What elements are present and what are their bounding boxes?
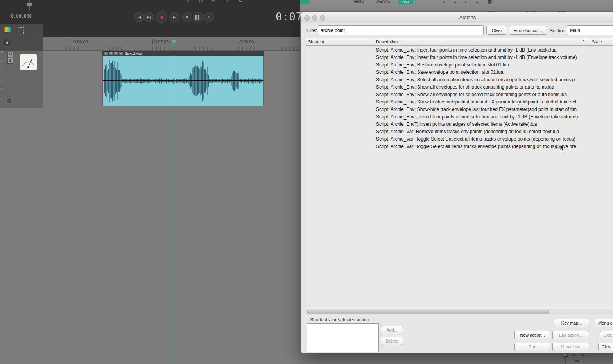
- mute-button[interactable]: M: [7, 52, 13, 57]
- note-toolbar-icon[interactable]: ♪: [443, 0, 445, 4]
- vu-meter: [20, 54, 37, 70]
- go-to-start-button[interactable]: |◀: [134, 12, 144, 22]
- db-scale-label: nf: [0, 50, 3, 54]
- column-description[interactable]: Description: [376, 39, 398, 44]
- item-~-icon[interactable]: ~: [119, 51, 123, 55]
- section-select[interactable]: Main: [567, 25, 613, 35]
- actions-window: Actions Filter Clear Find shortcut... Se…: [301, 12, 613, 353]
- section-label: Section:: [550, 28, 566, 34]
- column-state[interactable]: State: [592, 39, 602, 44]
- horizontal-scrollbar-thumb[interactable]: [307, 310, 549, 314]
- stop-button[interactable]: ■: [182, 12, 192, 22]
- meter-value: -54-: [574, 359, 580, 363]
- solo-button[interactable]: S: [7, 58, 13, 64]
- collapse-arrow-icon[interactable]: ◀: [2, 38, 11, 47]
- item-m-icon[interactable]: M: [109, 51, 113, 55]
- action-row[interactable]: Script: Archie_Env; Show track envelope …: [306, 98, 613, 106]
- filter-input[interactable]: [318, 25, 484, 35]
- ruler-time-label: 0:06.00: [72, 39, 88, 44]
- db-scale-label: 6-: [0, 59, 3, 63]
- run-close-button[interactable]: Run/close: [552, 343, 589, 351]
- action-table-header: Shortcut Description ^ State: [306, 38, 613, 46]
- action-row[interactable]: Script: Archie_Var; Remove items tracks …: [306, 128, 613, 136]
- window-title: Actions: [301, 14, 613, 20]
- delete-shortcut-button[interactable]: Delete: [381, 337, 403, 345]
- db-scale-label: 8-: [0, 69, 3, 72]
- sort-indicator-icon: ^: [583, 39, 584, 44]
- note-toolbar-icon[interactable]: ♫: [475, 0, 479, 4]
- add-shortcut-button[interactable]: Add...: [381, 326, 403, 334]
- grid-button[interactable]: GRID: [354, 0, 364, 4]
- delete-action-button[interactable]: Delet: [600, 331, 613, 339]
- action-table: Shortcut Description ^ State Script: Arc…: [306, 38, 613, 315]
- toolbar-partial-icon[interactable]: ✎: [225, 0, 229, 3]
- time-button[interactable]: TIME: [398, 0, 413, 4]
- filter-label: Filter: [306, 28, 317, 33]
- db-scale-label: 4-: [0, 97, 3, 100]
- grid-dots-icon[interactable]: [16, 26, 24, 34]
- volume-envelope-line[interactable]: [103, 80, 263, 81]
- mini-fader-knob[interactable]: [26, 3, 32, 6]
- window-titlebar[interactable]: Actions: [301, 12, 613, 23]
- reaper-app: { "reaper": { "small_timecode": "0:00.00…: [0, 0, 613, 364]
- column-divider[interactable]: [590, 38, 590, 45]
- ruler-time-label: 0:07.00: [152, 39, 169, 44]
- note-toolbar-icon[interactable]: ♪: [464, 0, 467, 4]
- bypass-icon[interactable]: ⊘: [7, 98, 12, 104]
- action-row[interactable]: Script: Archie_EnvT; Insert four points …: [306, 113, 613, 121]
- action-row[interactable]: Script: Archie_Var; Toggle Select Unsele…: [306, 136, 613, 143]
- pause-button[interactable]: ▌▌: [193, 12, 203, 22]
- edit-action-button[interactable]: Edit action...: [552, 331, 589, 339]
- column-divider[interactable]: [375, 38, 375, 45]
- theme-color-icon[interactable]: [4, 27, 11, 32]
- play-button[interactable]: ▶: [169, 12, 179, 22]
- find-shortcut-button[interactable]: Find shortcut...: [509, 26, 547, 35]
- action-list-rows: Script: Archie_Env; Insert four points i…: [306, 45, 613, 309]
- project-timecode[interactable]: 0:00.000: [11, 14, 32, 19]
- column-shortcut[interactable]: Shortcut: [308, 39, 324, 44]
- action-row[interactable]: Script: Archie_Env; Save envelope point …: [306, 69, 613, 76]
- media-item-header[interactable]: AMFX~ Звук 2.wav: [102, 51, 264, 56]
- media-item[interactable]: [102, 56, 264, 106]
- shortcut-listbox[interactable]: [307, 323, 379, 352]
- action-row[interactable]: Script: Archie_Env; Restore envelope poi…: [306, 61, 613, 69]
- mouse-cursor: [560, 144, 565, 153]
- toolbar-partial-icon[interactable]: ⊘: [212, 0, 216, 3]
- action-row[interactable]: Script: Archie_Env; Insert four points i…: [306, 54, 613, 61]
- menu-editor-button[interactable]: Menu ed: [595, 319, 613, 327]
- db-scale-label: 2-: [0, 87, 3, 91]
- ruler-time-label: 0:08.00: [238, 39, 254, 44]
- left-icon-panel: ◀: [0, 24, 43, 51]
- toolbar-partial-icon[interactable]: ↻: [238, 0, 242, 3]
- go-to-end-button[interactable]: ▶|: [144, 12, 154, 22]
- meter-value: -42: [580, 353, 584, 357]
- note-toolbar-icon[interactable]: ▦: [488, 0, 492, 4]
- new-action-button[interactable]: New action...: [514, 331, 550, 339]
- action-row[interactable]: Script: Archie_Env; Show all envelopes f…: [306, 91, 613, 98]
- action-row[interactable]: Script: Archie_Env; Select all automatio…: [306, 76, 613, 84]
- note-toolbar-icon[interactable]: ♫: [453, 0, 457, 4]
- action-row[interactable]: Script: Archie_EnvT; Insert points on ed…: [306, 121, 613, 128]
- action-row[interactable]: Script: Archie_Env; Show all envelopes f…: [306, 84, 613, 91]
- beats-button[interactable]: BEATS: [376, 0, 390, 4]
- item-fx-icon[interactable]: FX: [114, 51, 118, 55]
- run-button[interactable]: Run: [514, 343, 550, 351]
- ruler-ticks: [43, 46, 300, 50]
- item-button-strip: AMFX~: [104, 51, 123, 55]
- key-map-button[interactable]: Key map...: [554, 319, 589, 327]
- record-button[interactable]: ●: [156, 11, 167, 23]
- toolbar-partial-icon[interactable]: ◁: [187, 0, 190, 3]
- close-button[interactable]: Clos: [598, 343, 613, 351]
- track-control-panel[interactable]: M S ⊘: [0, 51, 43, 108]
- edit-cursor-line: [174, 44, 174, 364]
- horizontal-scrollbar[interactable]: [306, 309, 613, 315]
- action-row[interactable]: Script: Archie_Env; Insert four points i…: [306, 46, 613, 54]
- master-fader-knob[interactable]: [563, 354, 568, 357]
- clear-button[interactable]: Clear: [486, 26, 507, 35]
- item-a-icon[interactable]: A: [104, 51, 108, 55]
- top-toolbar: GRID BEATS TIME BPM GLOBAL Rate: ♪♫♪♫▦: [300, 0, 613, 12]
- repeat-button[interactable]: ↻: [204, 12, 214, 22]
- action-row[interactable]: Script: Archie_Var; Toggle Select all it…: [306, 143, 613, 150]
- action-row[interactable]: Script: Archie_Env; Show-hide track enve…: [306, 106, 613, 113]
- toolbar-partial-icon[interactable]: ▷: [199, 0, 203, 3]
